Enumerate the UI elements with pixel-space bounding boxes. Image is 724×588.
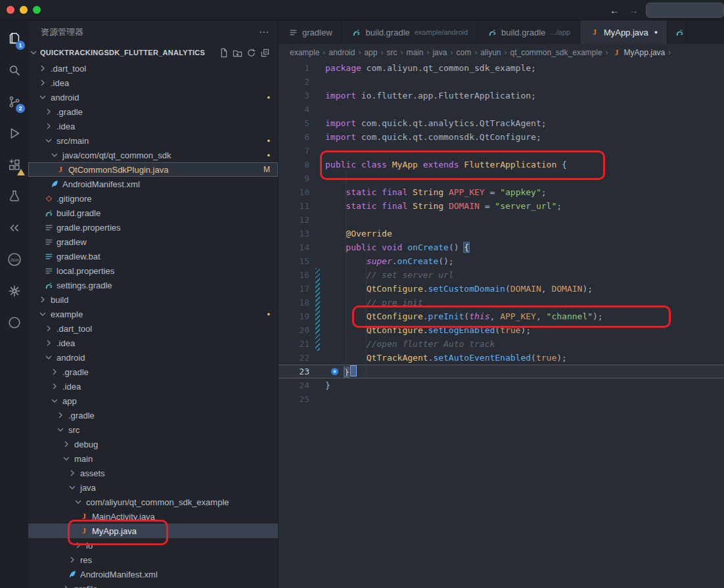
tree-folder-.idea[interactable]: .idea (28, 119, 278, 133)
tree-file-build.gradle[interactable]: build.gradle (28, 206, 278, 220)
new-file-icon[interactable] (219, 48, 229, 58)
activity-bar: 12Json (0, 20, 28, 588)
activitybar-plugin-flower-icon[interactable] (0, 275, 28, 307)
tree-folder-res[interactable]: res (28, 553, 278, 567)
activitybar-extensions-icon[interactable] (0, 149, 28, 181)
activitybar-json-tools-icon[interactable]: Json (0, 244, 28, 275)
tree-folder-assets[interactable]: assets (28, 466, 278, 480)
tree-folder-src-main[interactable]: src/main• (28, 133, 278, 148)
breadcrumb-item[interactable]: java (432, 48, 447, 57)
tree-folder-com-aliyun-qt-common-sdk-example[interactable]: com/aliyun/qt_common_sdk_example (28, 495, 278, 509)
tree-file-local.properties[interactable]: local.properties (28, 263, 278, 278)
git-modified-dot: • (267, 150, 270, 160)
tab-build.gradle[interactable]: build.gradle.../app (478, 20, 580, 44)
code-editor[interactable]: 1package com.aliyun.qt_common_sdk_exampl… (279, 61, 724, 588)
tree-file-.gitignore[interactable]: .gitignore (28, 191, 278, 206)
breadcrumb-separator: › (400, 48, 403, 57)
tree-file-gradle.properties[interactable]: gradle.properties (28, 220, 278, 235)
minimize-window-button[interactable] (20, 6, 28, 14)
breadcrumb-item[interactable]: android (328, 48, 355, 57)
line-number: 22 (279, 351, 325, 365)
tree-folder-.idea[interactable]: .idea (28, 379, 278, 394)
properties-file-icon (288, 27, 298, 37)
tree-folder-.dart-tool[interactable]: .dart_tool (28, 61, 278, 76)
tree-folder-.idea[interactable]: .idea (28, 76, 278, 90)
breadcrumb-item[interactable]: main (406, 48, 423, 57)
tree-folder-example[interactable]: example• (28, 307, 278, 321)
chevron-right-icon (49, 381, 60, 392)
chevron-right-icon (61, 583, 72, 588)
tree-file-qtcommonsdkplugin.java[interactable]: JQtCommonSdkPlugin.javaM (28, 162, 278, 177)
refresh-icon[interactable] (246, 48, 256, 58)
breadcrumb-item[interactable]: app (364, 48, 377, 57)
tree-folder-io[interactable]: io (28, 538, 278, 553)
tree-folder-.gradle[interactable]: .gradle (28, 365, 278, 379)
text-cursor (350, 365, 357, 376)
tab-MyApp.java[interactable]: JMyApp.java● (580, 20, 667, 44)
tree-file-androidmanifest.xml[interactable]: AndroidManifest.xml (28, 567, 278, 581)
chevron-down-icon (67, 482, 78, 493)
tree-folder-debug[interactable]: debug (28, 437, 278, 451)
activitybar-testing-icon[interactable] (0, 181, 28, 212)
breadcrumb-item[interactable]: src (386, 48, 397, 57)
breadcrumb-current-file[interactable]: JMyApp.java (612, 47, 666, 58)
tree-file-gradlew[interactable]: gradlew (28, 235, 278, 249)
tree-file-gradlew.bat[interactable]: gradlew.bat (28, 249, 278, 263)
tree-folder-java[interactable]: java (28, 480, 278, 495)
properties-file-icon (43, 237, 54, 247)
tree-folder-.idea[interactable]: .idea (28, 336, 278, 350)
close-window-button[interactable] (7, 6, 14, 14)
java-file-icon: J (79, 511, 89, 522)
breadcrumb-item[interactable]: qt_common_sdk_example (510, 48, 602, 57)
chevron-right-icon (37, 63, 48, 74)
tree-folder-src[interactable]: src (28, 422, 278, 437)
collapse-all-icon[interactable] (260, 48, 270, 58)
tree-folder-.dart-tool[interactable]: .dart_tool (28, 321, 278, 336)
file-tree: .dart_tool.ideaandroid•.gradle.ideasrc/m… (28, 61, 278, 588)
tree-file-androidmanifest.xml[interactable]: AndroidManifest.xml (28, 177, 278, 191)
breadcrumb-separator: › (358, 48, 361, 57)
chevron-down-icon (61, 453, 72, 464)
maximize-window-button[interactable] (33, 6, 41, 14)
activitybar-explorer-icon[interactable]: 1 (0, 23, 28, 55)
breadcrumb-item[interactable]: aliyun (480, 48, 501, 57)
history-back-button[interactable]: ← (610, 5, 620, 16)
tree-folder-build[interactable]: build (28, 292, 278, 307)
tree-file-myapp.java[interactable]: JMyApp.java (28, 524, 278, 538)
tree-folder-android[interactable]: android (28, 350, 278, 365)
tree-folder-profile[interactable]: profile (28, 581, 278, 588)
activitybar-run-debug-icon[interactable] (0, 118, 28, 149)
tree-folder-android[interactable]: android• (28, 90, 278, 104)
breadcrumb-item[interactable]: com (456, 48, 471, 57)
explorer-section-header[interactable]: QUICKTRACKINGSDK_FLUTTER_ANALYTICS (28, 44, 278, 61)
sidebar-more-actions-icon[interactable]: ⋯ (259, 26, 269, 38)
tree-file-mainactivity.java[interactable]: JMainActivity.java (28, 509, 278, 524)
history-forward-button[interactable]: → (629, 5, 639, 16)
tab-bar: gradlewbuild.gradleexample/androidbuild.… (279, 20, 724, 44)
tree-folder-.gradle[interactable]: .gradle (28, 104, 278, 119)
command-center-searchbox[interactable] (646, 3, 724, 18)
tree-folder-.gradle[interactable]: .gradle (28, 408, 278, 422)
activitybar-source-control-icon[interactable]: 2 (0, 86, 28, 118)
git-modified-badge: M (263, 165, 270, 174)
line-number: 9 (279, 171, 325, 185)
badge-count: 1 (16, 41, 25, 50)
tab-build.gradle[interactable]: build.gradleexample/android (342, 20, 478, 44)
tab-gradlew[interactable]: gradlew (279, 20, 342, 44)
breadcrumb: example›android›app›src›main›java›com›al… (279, 44, 724, 61)
line-number: 23 (279, 365, 325, 378)
tab-partial[interactable] (667, 20, 687, 44)
activitybar-search-icon[interactable] (0, 55, 28, 86)
activitybar-references-icon[interactable] (0, 212, 28, 244)
tree-folder-app[interactable]: app (28, 394, 278, 408)
tree-file-settings.gradle[interactable]: settings.gradle (28, 278, 278, 292)
tree-folder-java-com-qt-qt-common-sdk[interactable]: java/com/qt/qt_common_sdk• (28, 148, 278, 162)
inline-marker-icon[interactable] (330, 367, 339, 376)
code-line-24: 24} (279, 378, 724, 392)
tree-folder-main[interactable]: main (28, 451, 278, 466)
activitybar-plugin-circle-icon[interactable] (0, 307, 28, 338)
breadcrumb-item[interactable]: example (290, 48, 319, 57)
new-folder-icon[interactable] (233, 48, 242, 58)
traffic-lights (7, 6, 41, 14)
chevron-down-icon (55, 424, 66, 435)
